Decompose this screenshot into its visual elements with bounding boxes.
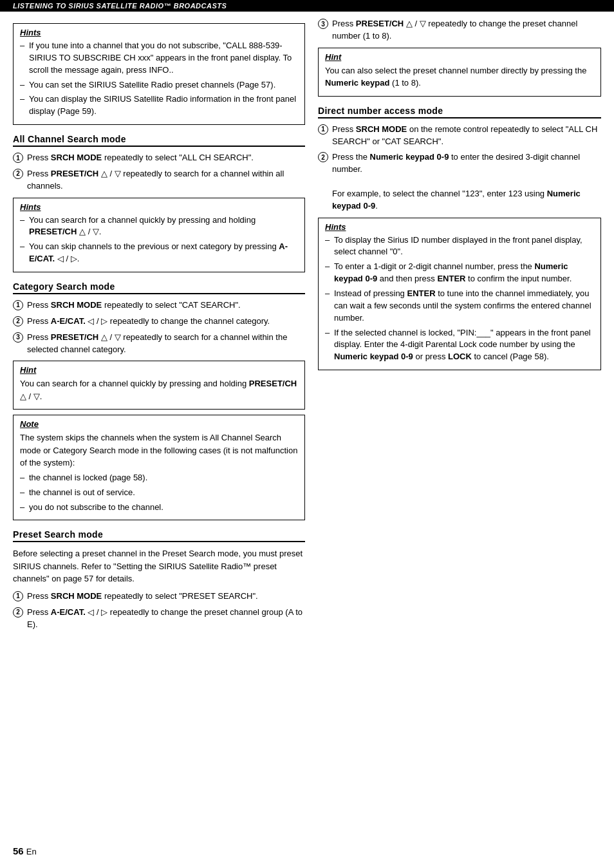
cat-step-1: 1 Press SRCH MODE repeatedly to select "… [13,299,305,312]
all-channel-step-2-text: Press PRESET/CH △ / ▽ repeatedly to sear… [27,168,305,193]
all-channel-heading: All Channel Search mode [13,134,305,147]
cat-step-2-text: Press A-E/CAT. ◁ / ▷ repeatedly to chang… [27,316,305,328]
all-channel-step-2: 2 Press PRESET/CH △ / ▽ repeatedly to se… [13,168,305,193]
top-bar: LISTENING TO SIRIUS SATELLITE RADIO™ BRO… [0,0,614,12]
preset-search-intro: Before selecting a preset channel in the… [13,547,305,585]
direct-step-1-text: Press SRCH MODE on the remote control re… [332,124,601,148]
direct-hints-list: To display the Sirius ID number displaye… [325,234,594,363]
cat-step-3-text: Press PRESET/CH △ / ▽ repeatedly to sear… [27,332,305,356]
right-hint-box: Hint You can also select the preset chan… [318,48,601,97]
cat-note-item-1: the channel is locked (page 58). [20,472,298,484]
preset-step-1: 1 Press SRCH MODE repeatedly to select "… [13,590,305,603]
page: LISTENING TO SIRIUS SATELLITE RADIO™ BRO… [0,0,614,868]
cat-hint-text: You can search for a channel quickly by … [20,377,298,402]
direct-step-num-2: 2 [318,152,328,162]
direct-hint-2: To enter a 1-digit or 2-digit channel nu… [325,261,594,285]
page-footer: 56 En [13,845,37,856]
cat-step-num-3: 3 [13,332,23,343]
right-hint-title: Hint [325,52,594,62]
all-channel-hints-box: Hints You can search for a channel quick… [13,198,305,272]
direct-hint-3: Instead of pressing ENTER to tune into t… [325,288,594,325]
preset-search-heading: Preset Search mode [13,529,305,542]
hint-item-2: You can set the SIRIUS Satellite Radio p… [20,79,298,91]
all-channel-hints-title: Hints [20,202,298,212]
cat-note-box: Note The system skips the channels when … [13,415,305,520]
direct-number-heading: Direct number access mode [318,106,601,118]
step-num-2: 2 [13,169,23,179]
direct-step-1: 1 Press SRCH MODE on the remote control … [318,124,601,148]
all-channel-hint-2: You can skip channels to the previous or… [20,241,298,265]
top-bar-label: LISTENING TO SIRIUS SATELLITE RADIO™ BRO… [13,2,227,10]
cat-note-title: Note [20,419,298,429]
right-preset-step-3: 3 Press PRESET/CH △ / ▽ repeatedly to ch… [318,18,601,42]
cat-note-item-2: the channel is out of service. [20,487,298,499]
all-channel-hints-list: You can search for a channel quickly by … [20,214,298,265]
cat-hint-box: Hint You can search for a channel quickl… [13,361,305,410]
preset-step-1-text: Press SRCH MODE repeatedly to select "PR… [27,590,305,603]
right-preset-step-3-text: Press PRESET/CH △ / ▽ repeatedly to chan… [332,18,601,42]
cat-note-item-3: you do not subscribe to the channel. [20,502,298,514]
preset-step-num-2: 2 [13,607,23,618]
step-num-1: 1 [13,153,23,163]
content: Hints If you tune into a channel that yo… [0,12,614,647]
preset-step-num-1: 1 [13,591,23,601]
cat-step-num-1: 1 [13,300,23,310]
direct-step-2: 2 Press the Numeric keypad 0-9 to enter … [318,151,601,212]
page-lang: En [26,847,37,856]
right-column: 3 Press PRESET/CH △ / ▽ repeatedly to ch… [318,18,601,634]
page-number: 56 [13,845,24,856]
hints-title: Hints [20,28,298,37]
preset-step-2: 2 Press A-E/CAT. ◁ / ▷ repeatedly to cha… [13,607,305,631]
cat-step-3: 3 Press PRESET/CH △ / ▽ repeatedly to se… [13,332,305,356]
right-hint-text: You can also select the preset channel n… [325,64,594,90]
all-channel-step-1-text: Press SRCH MODE repeatedly to select "AL… [27,152,305,164]
left-column: Hints If you tune into a channel that yo… [13,18,305,634]
cat-step-2: 2 Press A-E/CAT. ◁ / ▷ repeatedly to cha… [13,316,305,328]
hints-list: If you tune into a channel that you do n… [20,40,298,118]
hints-box-top: Hints If you tune into a channel that yo… [13,23,305,125]
preset-step-2-text: Press A-E/CAT. ◁ / ▷ repeatedly to chang… [27,607,305,631]
cat-step-1-text: Press SRCH MODE repeatedly to select "CA… [27,299,305,312]
cat-step-num-2: 2 [13,316,23,326]
direct-step-num-1: 1 [318,124,328,135]
all-channel-step-1: 1 Press SRCH MODE repeatedly to select "… [13,152,305,164]
direct-hint-1: To display the Sirius ID number displaye… [325,234,594,259]
right-preset-step-num-3: 3 [318,19,328,29]
cat-note-intro: The system skips the channels when the s… [20,431,298,469]
direct-step-2-text: Press the Numeric keypad 0-9 to enter th… [332,151,601,212]
hint-item-1: If you tune into a channel that you do n… [20,40,298,77]
cat-note-list: the channel is locked (page 58). the cha… [20,472,298,514]
category-search-heading: Category Search mode [13,281,305,294]
direct-hints-title: Hints [325,222,594,232]
direct-hint-4: If the selected channel is locked, "PIN:… [325,327,594,364]
all-channel-hint-1: You can search for a channel quickly by … [20,214,298,239]
hint-item-3: You can display the SIRIUS Satellite Rad… [20,93,298,118]
cat-hint-title: Hint [20,365,298,375]
direct-hints-box: Hints To display the Sirius ID number di… [318,218,601,370]
